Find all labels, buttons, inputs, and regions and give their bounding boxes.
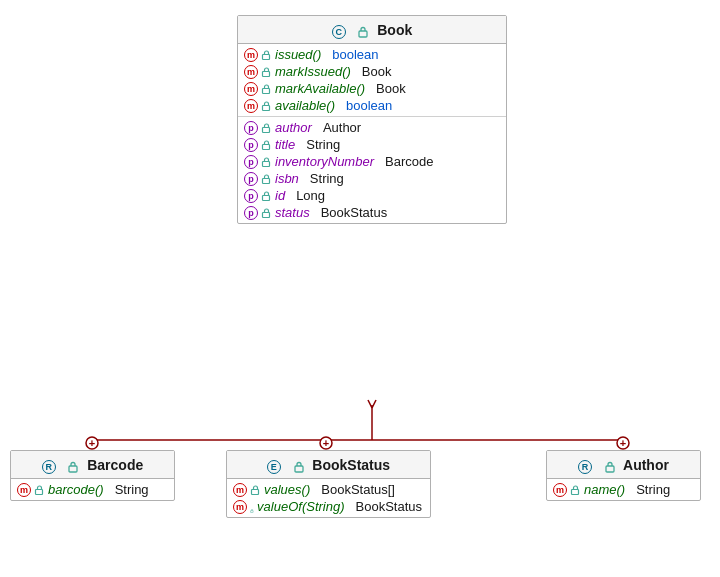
book-method-markissued-name: markIssued(): [275, 64, 351, 79]
author-method-name-name: name(): [584, 482, 625, 497]
book-prop-id: p id Long: [238, 187, 506, 204]
book-prop-author-name: author: [275, 120, 312, 135]
book-method-available: m available() boolean: [238, 97, 506, 114]
svg-point-9: [617, 437, 629, 449]
svg-rect-22: [263, 196, 270, 201]
barcode-body: m barcode() String: [11, 479, 174, 500]
barcode-method-barcode: m barcode() String: [11, 481, 174, 498]
book-title: Book: [377, 22, 412, 38]
book-prop-author: p author Author: [238, 119, 506, 136]
book-body: m issued() boolean m markIssued() Book m…: [238, 44, 506, 223]
svg-rect-16: [263, 89, 270, 94]
book-prop-isbn-type: String: [310, 171, 344, 186]
diagram-container: + + + C Book m issued() boolean: [0, 0, 720, 577]
book-class: C Book m issued() boolean m markIssued()…: [237, 15, 507, 224]
book-badge: C: [332, 25, 346, 39]
bookstatus-method-valueof-type: BookStatus: [356, 499, 423, 514]
book-prop-status-type: BookStatus: [321, 205, 388, 220]
badge-em1: m: [233, 483, 247, 497]
author-badge: R: [578, 460, 592, 474]
svg-rect-19: [263, 145, 270, 150]
author-title: Author: [623, 457, 669, 473]
bookstatus-method-valueof-name: valueOf(String): [257, 499, 344, 514]
book-method-issued: m issued() boolean: [238, 46, 506, 63]
book-prop-author-type: Author: [323, 120, 361, 135]
author-method-name: m name() String: [547, 481, 700, 498]
svg-rect-27: [252, 490, 259, 495]
author-header: R Author: [547, 451, 700, 479]
svg-rect-23: [263, 213, 270, 218]
bookstatus-badge: E: [267, 460, 281, 474]
badge-m2: m: [244, 65, 258, 79]
book-method-issued-name: issued(): [275, 47, 321, 62]
badge-p6: p: [244, 206, 258, 220]
svg-text:+: +: [323, 437, 329, 449]
book-prop-isbn-name: isbn: [275, 171, 299, 186]
svg-line-12: [372, 400, 376, 408]
svg-rect-14: [263, 55, 270, 60]
barcode-title: Barcode: [87, 457, 143, 473]
bookstatus-body: m values() BookStatus[] m valueOf(String…: [227, 479, 430, 517]
badge-am1: m: [553, 483, 567, 497]
bookstatus-method-values: m values() BookStatus[]: [227, 481, 430, 498]
book-prop-id-type: Long: [296, 188, 325, 203]
book-prop-status-name: status: [275, 205, 310, 220]
book-prop-inventorynumber-name: inventoryNumber: [275, 154, 374, 169]
bookstatus-method-valueof: m valueOf(String) BookStatus: [227, 498, 430, 515]
book-method-markissued-type: Book: [362, 64, 392, 79]
badge-m1: m: [244, 48, 258, 62]
badge-m3: m: [244, 82, 258, 96]
svg-rect-26: [295, 466, 303, 472]
book-prop-inventorynumber: p inventoryNumber Barcode: [238, 153, 506, 170]
book-header: C Book: [238, 16, 506, 44]
book-prop-id-name: id: [275, 188, 285, 203]
bookstatus-title: BookStatus: [312, 457, 390, 473]
svg-rect-21: [263, 179, 270, 184]
badge-p3: p: [244, 155, 258, 169]
badge-p1: p: [244, 121, 258, 135]
author-body: m name() String: [547, 479, 700, 500]
book-prop-isbn: p isbn String: [238, 170, 506, 187]
book-method-issued-type: boolean: [332, 47, 378, 62]
svg-rect-28: [251, 511, 254, 513]
badge-p2: p: [244, 138, 258, 152]
bookstatus-method-values-type: BookStatus[]: [321, 482, 395, 497]
book-method-markavailable-name: markAvailable(): [275, 81, 365, 96]
badge-em2: m: [233, 500, 247, 514]
book-prop-title-type: String: [306, 137, 340, 152]
book-prop-status: p status BookStatus: [238, 204, 506, 221]
barcode-class: R Barcode m barcode() String: [10, 450, 175, 501]
badge-m4: m: [244, 99, 258, 113]
book-prop-title: p title String: [238, 136, 506, 153]
book-method-available-name: available(): [275, 98, 335, 113]
author-method-name-type: String: [636, 482, 670, 497]
bookstatus-header: E BookStatus: [227, 451, 430, 479]
badge-p4: p: [244, 172, 258, 186]
svg-rect-25: [36, 490, 43, 495]
svg-rect-20: [263, 162, 270, 167]
barcode-header: R Barcode: [11, 451, 174, 479]
svg-point-7: [320, 437, 332, 449]
svg-rect-13: [359, 31, 367, 37]
badge-bm1: m: [17, 483, 31, 497]
svg-text:+: +: [89, 437, 95, 449]
svg-text:+: +: [620, 437, 626, 449]
barcode-badge: R: [42, 460, 56, 474]
svg-rect-30: [572, 490, 579, 495]
svg-point-5: [86, 437, 98, 449]
svg-line-11: [368, 400, 372, 408]
barcode-method-type: String: [115, 482, 149, 497]
author-class: R Author m name() String: [546, 450, 701, 501]
svg-rect-29: [606, 466, 614, 472]
bookstatus-class: E BookStatus m values() BookStatus[] m v…: [226, 450, 431, 518]
book-method-markavailable-type: Book: [376, 81, 406, 96]
book-method-markavailable: m markAvailable() Book: [238, 80, 506, 97]
svg-rect-15: [263, 72, 270, 77]
svg-rect-24: [69, 466, 77, 472]
book-prop-inventorynumber-type: Barcode: [385, 154, 433, 169]
book-prop-title-name: title: [275, 137, 295, 152]
barcode-method-name: barcode(): [48, 482, 104, 497]
book-method-markissued: m markIssued() Book: [238, 63, 506, 80]
bookstatus-method-values-name: values(): [264, 482, 310, 497]
svg-rect-17: [263, 106, 270, 111]
